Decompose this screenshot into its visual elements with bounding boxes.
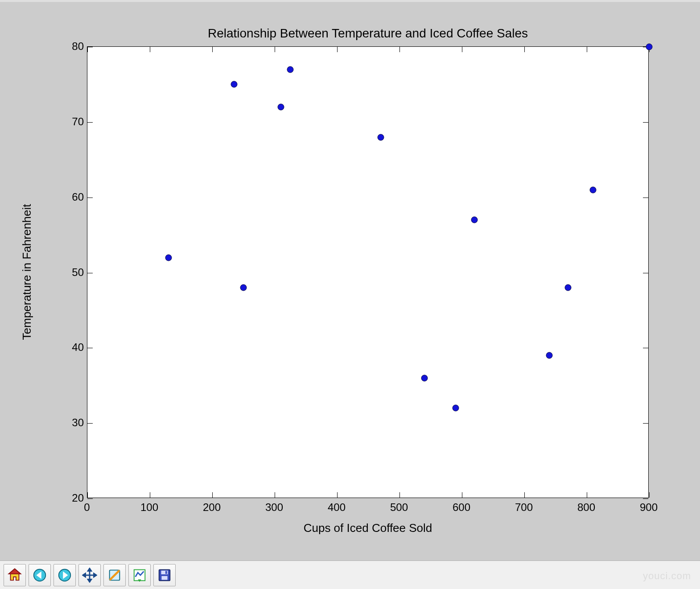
x-tick-label: 0 xyxy=(84,501,90,514)
plot-area xyxy=(87,46,649,498)
data-point xyxy=(231,81,238,88)
data-point xyxy=(590,186,597,193)
move-icon xyxy=(82,568,97,583)
data-point xyxy=(165,254,172,261)
x-tick-label: 500 xyxy=(390,501,408,514)
y-axis-label: Temperature in Fahrenheit xyxy=(20,183,34,361)
y-tick xyxy=(87,423,93,424)
y-tick-label: 50 xyxy=(66,266,84,279)
save-button[interactable] xyxy=(153,564,176,586)
data-point xyxy=(453,405,459,412)
x-tick xyxy=(587,47,587,52)
pan-button[interactable] xyxy=(78,564,101,586)
window-top-border xyxy=(0,0,700,1)
arrow-right-icon xyxy=(57,568,72,583)
y-tick-label: 40 xyxy=(66,341,84,354)
x-tick xyxy=(399,47,400,52)
chart-title: Relationship Between Temperature and Ice… xyxy=(87,26,649,41)
data-point xyxy=(287,66,294,73)
zoom-rect-icon xyxy=(107,568,122,583)
data-point xyxy=(646,44,653,50)
svg-marker-9 xyxy=(88,579,91,582)
y-tick xyxy=(643,122,648,123)
y-tick xyxy=(87,122,93,123)
arrow-left-icon xyxy=(32,568,47,583)
y-tick xyxy=(87,47,93,47)
subplots-button[interactable] xyxy=(128,564,151,586)
x-tick-label: 600 xyxy=(453,501,470,514)
data-point xyxy=(421,375,428,381)
y-tick xyxy=(87,348,93,348)
svg-marker-11 xyxy=(94,573,96,577)
x-tick xyxy=(337,492,338,498)
data-point xyxy=(278,104,284,111)
zoom-button[interactable] xyxy=(103,564,126,586)
x-tick xyxy=(150,492,150,498)
y-tick-label: 80 xyxy=(66,40,84,53)
x-axis-label: Cups of Iced Coffee Sold xyxy=(87,521,649,535)
x-tick-label: 300 xyxy=(265,501,283,514)
subplots-icon xyxy=(132,568,147,583)
figure-toolbar: youci.com xyxy=(0,560,700,589)
x-tick xyxy=(524,492,525,498)
svg-marker-10 xyxy=(83,573,86,577)
x-tick xyxy=(275,47,275,52)
y-tick-label: 20 xyxy=(66,492,84,504)
svg-marker-8 xyxy=(88,568,91,571)
home-button[interactable] xyxy=(4,564,26,586)
x-tick xyxy=(649,492,650,498)
forward-button[interactable] xyxy=(54,564,76,586)
x-tick xyxy=(462,47,462,52)
home-icon xyxy=(7,568,22,583)
y-tick xyxy=(643,423,648,424)
x-tick-label: 400 xyxy=(328,501,346,514)
x-tick-label: 100 xyxy=(140,501,158,514)
figure-canvas: Relationship Between Temperature and Ice… xyxy=(0,2,700,560)
data-point xyxy=(565,284,572,291)
figure-window: Relationship Between Temperature and Ice… xyxy=(0,0,700,589)
svg-rect-19 xyxy=(165,571,167,574)
svg-marker-1 xyxy=(9,568,21,573)
y-tick xyxy=(87,498,93,499)
data-point xyxy=(378,134,384,140)
x-tick xyxy=(150,47,150,52)
data-point xyxy=(471,217,478,223)
y-tick xyxy=(643,273,648,273)
y-tick-label: 60 xyxy=(66,191,84,203)
data-point xyxy=(240,284,247,291)
x-tick xyxy=(275,492,275,498)
x-tick xyxy=(87,492,88,498)
x-tick-label: 900 xyxy=(640,501,658,514)
x-tick xyxy=(212,492,213,498)
x-tick xyxy=(462,492,462,498)
x-tick xyxy=(87,47,88,52)
save-icon xyxy=(157,568,172,583)
x-tick xyxy=(399,492,400,498)
x-tick xyxy=(524,47,525,52)
y-tick xyxy=(87,273,93,273)
x-tick-label: 200 xyxy=(203,501,221,514)
y-tick xyxy=(87,198,93,198)
watermark-text: youci.com xyxy=(643,570,691,582)
back-button[interactable] xyxy=(29,564,51,586)
y-tick-label: 70 xyxy=(66,115,84,128)
y-tick xyxy=(643,348,648,348)
svg-rect-18 xyxy=(161,576,167,580)
x-tick xyxy=(212,47,213,52)
y-tick xyxy=(643,498,648,499)
data-point xyxy=(546,352,553,359)
y-tick-label: 30 xyxy=(66,416,84,429)
x-tick-label: 700 xyxy=(515,501,533,514)
x-tick xyxy=(337,47,338,52)
x-tick-label: 800 xyxy=(577,501,595,514)
x-tick xyxy=(587,492,587,498)
y-tick xyxy=(643,198,648,198)
